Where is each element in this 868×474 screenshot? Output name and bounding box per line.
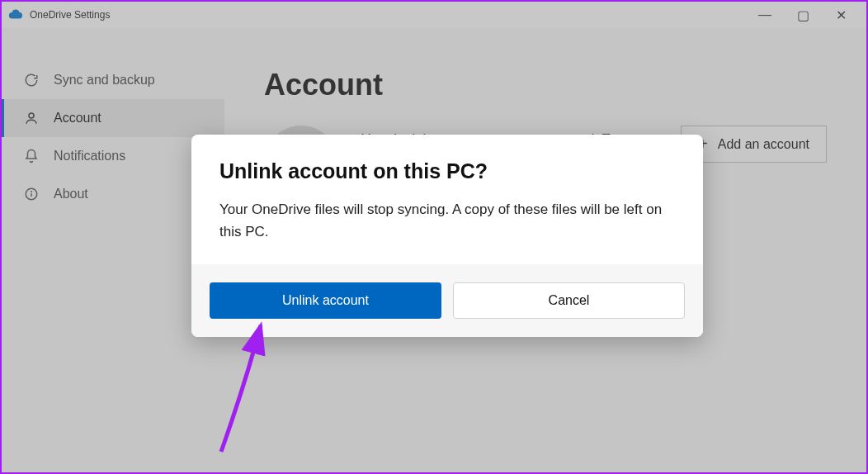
svg-point-3: [31, 192, 32, 192]
minimize-button[interactable]: —: [746, 3, 784, 26]
sidebar-item-label: Sync and backup: [54, 73, 155, 88]
maximize-button[interactable]: ▢: [784, 3, 822, 26]
close-button[interactable]: ✕: [822, 3, 860, 26]
onedrive-cloud-icon: [8, 7, 23, 22]
window-title: OneDrive Settings: [30, 9, 110, 21]
add-account-label: Add an account: [718, 137, 809, 152]
account-icon: [24, 111, 39, 126]
dialog-footer: Unlink account Cancel: [191, 264, 703, 337]
info-icon: [24, 187, 39, 201]
page-title: Account: [264, 68, 827, 102]
titlebar: OneDrive Settings — ▢ ✕: [2, 2, 866, 28]
dialog-text: Your OneDrive files will stop syncing. A…: [219, 198, 675, 243]
dialog-body: Unlink account on this PC? Your OneDrive…: [191, 135, 703, 264]
cancel-button[interactable]: Cancel: [453, 282, 685, 319]
sidebar-item-account[interactable]: Account: [2, 99, 224, 137]
sidebar-item-label: About: [54, 187, 88, 201]
titlebar-left: OneDrive Settings: [8, 7, 110, 22]
unlink-dialog: Unlink account on this PC? Your OneDrive…: [191, 135, 703, 337]
svg-point-0: [29, 113, 34, 118]
titlebar-controls: — ▢ ✕: [746, 3, 860, 26]
sidebar-item-label: Account: [54, 111, 101, 126]
bell-icon: [24, 149, 39, 164]
unlink-account-button[interactable]: Unlink account: [210, 282, 441, 319]
sidebar-item-sync-and-backup[interactable]: Sync and backup: [2, 61, 224, 99]
sync-icon: [24, 73, 39, 88]
sidebar-item-label: Notifications: [54, 149, 125, 164]
dialog-title: Unlink account on this PC?: [219, 159, 675, 183]
